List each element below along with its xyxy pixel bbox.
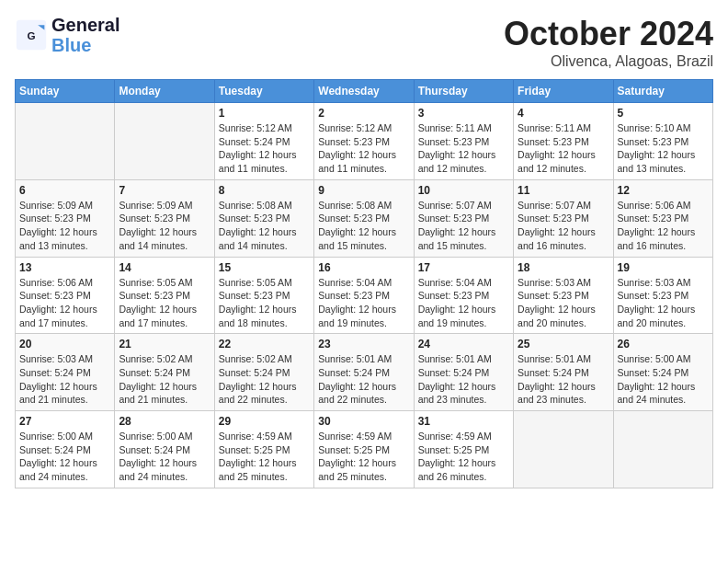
location-title: Olivenca, Alagoas, Brazil (504, 53, 713, 70)
day-info: Sunrise: 5:00 AM Sunset: 5:24 PM Dayligh… (618, 352, 709, 407)
day-number: 14 (119, 261, 210, 274)
day-number: 27 (19, 415, 110, 428)
calendar-cell: 18Sunrise: 5:03 AM Sunset: 5:23 PM Dayli… (514, 257, 613, 334)
day-number: 17 (418, 261, 509, 274)
day-info: Sunrise: 5:01 AM Sunset: 5:24 PM Dayligh… (318, 352, 409, 407)
calendar-week-row: 13Sunrise: 5:06 AM Sunset: 5:23 PM Dayli… (16, 257, 713, 334)
day-info: Sunrise: 5:08 AM Sunset: 5:23 PM Dayligh… (219, 199, 310, 253)
day-info: Sunrise: 5:11 AM Sunset: 5:23 PM Dayligh… (418, 121, 509, 176)
weekday-header: Wednesday (314, 80, 414, 103)
day-info: Sunrise: 5:00 AM Sunset: 5:24 PM Dayligh… (19, 430, 110, 484)
day-info: Sunrise: 5:09 AM Sunset: 5:23 PM Dayligh… (119, 199, 210, 253)
calendar-cell: 6Sunrise: 5:09 AM Sunset: 5:23 PM Daylig… (16, 179, 115, 257)
day-number: 13 (19, 261, 110, 274)
calendar-cell: 11Sunrise: 5:07 AM Sunset: 5:23 PM Dayli… (514, 179, 613, 257)
day-number: 21 (119, 338, 210, 350)
calendar-cell: 10Sunrise: 5:07 AM Sunset: 5:23 PM Dayli… (414, 179, 513, 257)
month-title: October 2024 (504, 15, 713, 53)
calendar-cell: 7Sunrise: 5:09 AM Sunset: 5:23 PM Daylig… (115, 179, 214, 257)
day-info: Sunrise: 5:09 AM Sunset: 5:23 PM Dayligh… (19, 199, 110, 253)
logo-text-line2: Blue (51, 35, 119, 55)
day-info: Sunrise: 5:07 AM Sunset: 5:23 PM Dayligh… (418, 199, 509, 253)
day-info: Sunrise: 4:59 AM Sunset: 5:25 PM Dayligh… (318, 430, 409, 484)
calendar-cell: 30Sunrise: 4:59 AM Sunset: 5:25 PM Dayli… (314, 411, 414, 488)
day-info: Sunrise: 5:10 AM Sunset: 5:23 PM Dayligh… (618, 121, 709, 176)
title-block: October 2024 Olivenca, Alagoas, Brazil (504, 15, 713, 70)
calendar-cell: 27Sunrise: 5:00 AM Sunset: 5:24 PM Dayli… (16, 411, 115, 488)
page-header: G General Blue October 2024 Olivenca, Al… (15, 15, 713, 70)
calendar-cell: 14Sunrise: 5:05 AM Sunset: 5:23 PM Dayli… (115, 257, 214, 334)
day-info: Sunrise: 5:02 AM Sunset: 5:24 PM Dayligh… (119, 352, 210, 407)
day-number: 10 (418, 184, 509, 197)
day-number: 24 (418, 338, 509, 350)
day-info: Sunrise: 5:00 AM Sunset: 5:24 PM Dayligh… (119, 430, 210, 484)
day-info: Sunrise: 5:04 AM Sunset: 5:23 PM Dayligh… (318, 276, 409, 330)
calendar-cell: 17Sunrise: 5:04 AM Sunset: 5:23 PM Dayli… (414, 257, 513, 334)
day-info: Sunrise: 5:04 AM Sunset: 5:23 PM Dayligh… (418, 276, 509, 330)
calendar-cell: 3Sunrise: 5:11 AM Sunset: 5:23 PM Daylig… (414, 103, 513, 180)
calendar-cell: 31Sunrise: 4:59 AM Sunset: 5:25 PM Dayli… (414, 411, 513, 488)
day-number: 22 (219, 338, 310, 350)
day-number: 5 (618, 107, 709, 120)
weekday-header: Thursday (414, 80, 513, 103)
calendar-week-row: 6Sunrise: 5:09 AM Sunset: 5:23 PM Daylig… (16, 179, 713, 257)
day-info: Sunrise: 5:05 AM Sunset: 5:23 PM Dayligh… (219, 276, 310, 330)
calendar-cell: 21Sunrise: 5:02 AM Sunset: 5:24 PM Dayli… (115, 334, 214, 411)
calendar-cell: 5Sunrise: 5:10 AM Sunset: 5:23 PM Daylig… (613, 103, 712, 180)
day-number: 31 (418, 415, 509, 428)
calendar-cell: 1Sunrise: 5:12 AM Sunset: 5:24 PM Daylig… (214, 103, 313, 180)
calendar-cell: 24Sunrise: 5:01 AM Sunset: 5:24 PM Dayli… (414, 334, 513, 411)
day-info: Sunrise: 5:05 AM Sunset: 5:23 PM Dayligh… (119, 276, 210, 330)
day-info: Sunrise: 5:08 AM Sunset: 5:23 PM Dayligh… (318, 199, 409, 253)
logo-text-line1: General (51, 15, 119, 35)
calendar-cell: 15Sunrise: 5:05 AM Sunset: 5:23 PM Dayli… (214, 257, 313, 334)
calendar-cell: 13Sunrise: 5:06 AM Sunset: 5:23 PM Dayli… (16, 257, 115, 334)
logo-icon: G (15, 18, 48, 52)
weekday-header: Friday (514, 80, 613, 103)
day-info: Sunrise: 5:03 AM Sunset: 5:23 PM Dayligh… (618, 276, 709, 330)
logo: G General Blue (15, 15, 119, 55)
calendar-cell: 8Sunrise: 5:08 AM Sunset: 5:23 PM Daylig… (214, 179, 313, 257)
day-number: 25 (518, 338, 609, 350)
calendar-cell: 22Sunrise: 5:02 AM Sunset: 5:24 PM Dayli… (214, 334, 313, 411)
day-number: 19 (618, 261, 709, 274)
day-number: 18 (518, 261, 609, 274)
day-number: 28 (119, 415, 210, 428)
day-number: 20 (19, 338, 110, 350)
day-number: 23 (318, 338, 409, 350)
day-number: 4 (518, 107, 609, 120)
day-number: 26 (618, 338, 709, 350)
day-info: Sunrise: 5:02 AM Sunset: 5:24 PM Dayligh… (219, 352, 310, 407)
calendar-cell (514, 411, 613, 488)
day-number: 1 (219, 107, 310, 120)
calendar-week-row: 1Sunrise: 5:12 AM Sunset: 5:24 PM Daylig… (16, 103, 713, 180)
calendar-week-row: 27Sunrise: 5:00 AM Sunset: 5:24 PM Dayli… (16, 411, 713, 488)
day-info: Sunrise: 5:12 AM Sunset: 5:23 PM Dayligh… (318, 121, 409, 176)
day-info: Sunrise: 5:06 AM Sunset: 5:23 PM Dayligh… (19, 276, 110, 330)
calendar-cell: 25Sunrise: 5:01 AM Sunset: 5:24 PM Dayli… (514, 334, 613, 411)
day-number: 15 (219, 261, 310, 274)
day-number: 9 (318, 184, 409, 197)
calendar-cell: 20Sunrise: 5:03 AM Sunset: 5:24 PM Dayli… (16, 334, 115, 411)
calendar-table: SundayMondayTuesdayWednesdayThursdayFrid… (15, 79, 713, 488)
day-number: 6 (19, 184, 110, 197)
calendar-header-row: SundayMondayTuesdayWednesdayThursdayFrid… (16, 80, 713, 103)
day-info: Sunrise: 5:01 AM Sunset: 5:24 PM Dayligh… (418, 352, 509, 407)
calendar-cell: 12Sunrise: 5:06 AM Sunset: 5:23 PM Dayli… (613, 179, 712, 257)
day-info: Sunrise: 5:01 AM Sunset: 5:24 PM Dayligh… (518, 352, 609, 407)
calendar-cell: 19Sunrise: 5:03 AM Sunset: 5:23 PM Dayli… (613, 257, 712, 334)
day-info: Sunrise: 5:11 AM Sunset: 5:23 PM Dayligh… (518, 121, 609, 176)
day-info: Sunrise: 5:03 AM Sunset: 5:23 PM Dayligh… (518, 276, 609, 330)
day-number: 29 (219, 415, 310, 428)
weekday-header: Tuesday (214, 80, 313, 103)
day-info: Sunrise: 4:59 AM Sunset: 5:25 PM Dayligh… (418, 430, 509, 484)
weekday-header: Monday (115, 80, 214, 103)
weekday-header: Saturday (613, 80, 712, 103)
day-number: 11 (518, 184, 609, 197)
day-info: Sunrise: 4:59 AM Sunset: 5:25 PM Dayligh… (219, 430, 310, 484)
calendar-cell: 26Sunrise: 5:00 AM Sunset: 5:24 PM Dayli… (613, 334, 712, 411)
day-info: Sunrise: 5:06 AM Sunset: 5:23 PM Dayligh… (618, 199, 709, 253)
day-info: Sunrise: 5:12 AM Sunset: 5:24 PM Dayligh… (219, 121, 310, 176)
day-info: Sunrise: 5:03 AM Sunset: 5:24 PM Dayligh… (19, 352, 110, 407)
calendar-cell: 29Sunrise: 4:59 AM Sunset: 5:25 PM Dayli… (214, 411, 313, 488)
